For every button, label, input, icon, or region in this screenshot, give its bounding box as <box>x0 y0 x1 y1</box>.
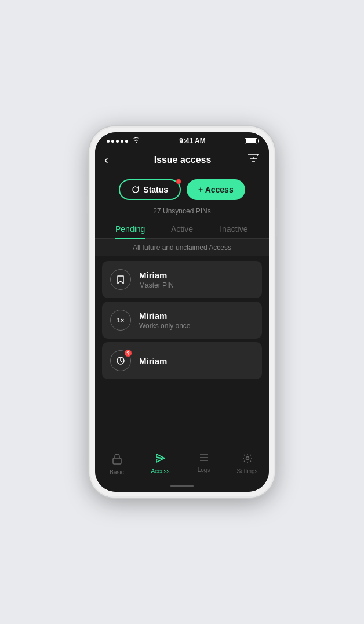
section-subtitle: All future and unclaimed Access <box>95 239 269 256</box>
nav-settings-label: Settings <box>236 468 257 474</box>
home-indicator <box>95 481 269 492</box>
send-icon <box>155 453 166 466</box>
nav-basic[interactable]: Basic <box>95 453 139 476</box>
nav-basic-label: Basic <box>110 469 123 476</box>
list-item[interactable]: Miriam Master PIN <box>102 261 262 298</box>
nav-access[interactable]: Access <box>139 453 182 476</box>
nav-bar: ‹ Issue access <box>95 147 269 172</box>
signal-indicator <box>107 137 140 144</box>
nav-access-label: Access <box>151 468 169 474</box>
svg-rect-6 <box>113 458 121 464</box>
onetime-icon: 1× <box>110 310 131 331</box>
status-bar: 9:41 AM <box>95 132 269 147</box>
main-content: Status + Access 27 Unsynced PINs Pending… <box>95 172 269 448</box>
phone-frame: 9:41 AM ‹ Issue access <box>89 126 275 498</box>
item-details: Miriam <box>139 356 167 366</box>
svg-point-13 <box>246 457 249 460</box>
question-badge: ? <box>124 349 132 357</box>
item-details: Miriam Master PIN <box>139 270 174 289</box>
unsynced-count: 27 Unsynced PINs <box>95 207 269 220</box>
nav-logs-label: Logs <box>198 467 210 473</box>
list-item[interactable]: 1× Miriam Works only once <box>102 302 262 339</box>
nav-settings[interactable]: Settings <box>225 453 269 476</box>
battery-indicator <box>245 138 257 144</box>
tab-inactive[interactable]: Inactive <box>208 220 260 238</box>
add-access-button[interactable]: + Access <box>187 179 245 200</box>
status-button[interactable]: Status <box>119 179 181 200</box>
notification-badge <box>176 179 181 184</box>
tab-active[interactable]: Active <box>156 220 208 238</box>
gear-icon <box>242 453 253 466</box>
bookmark-icon <box>110 269 131 290</box>
filter-button[interactable] <box>247 153 260 166</box>
wifi-icon <box>132 137 140 144</box>
phone-screen: 9:41 AM ‹ Issue access <box>95 132 269 492</box>
back-button[interactable]: ‹ <box>104 153 118 166</box>
lock-icon <box>112 453 122 467</box>
list-item[interactable]: ? Miriam <box>102 342 262 379</box>
item-details: Miriam Works only once <box>139 311 190 330</box>
list-icon <box>199 453 209 465</box>
bottom-nav: Basic Access <box>95 448 269 481</box>
action-row: Status + Access <box>95 172 269 207</box>
clock-icon: ? <box>110 350 131 371</box>
status-button-label: Status <box>143 185 168 194</box>
access-list: Miriam Master PIN 1× Miriam Works only o… <box>95 256 269 448</box>
tab-pending[interactable]: Pending <box>104 220 156 238</box>
nav-logs[interactable]: Logs <box>182 453 225 476</box>
add-access-label: + Access <box>198 185 234 194</box>
page-title: Issue access <box>118 155 247 165</box>
clock: 9:41 AM <box>179 137 206 145</box>
tab-bar: Pending Active Inactive <box>95 220 269 239</box>
